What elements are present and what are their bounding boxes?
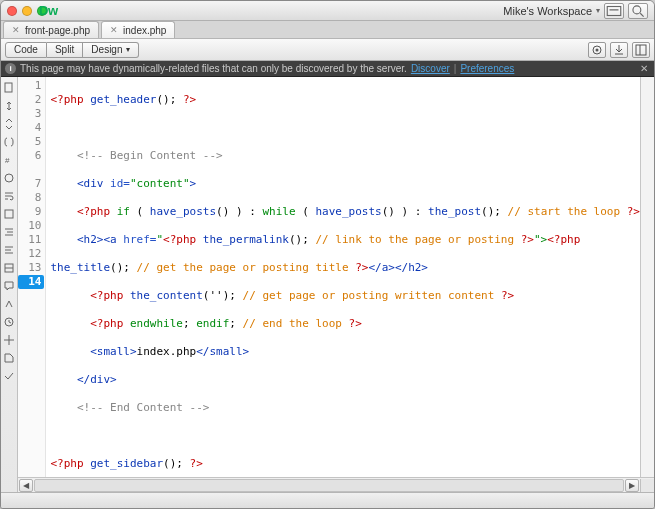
app-window: Dw Mike's Workspace ▾ ✕ front-page.php ✕… — [0, 0, 655, 509]
close-tab-icon[interactable]: ✕ — [110, 25, 118, 35]
svg-rect-11 — [5, 210, 13, 218]
tag-icon[interactable] — [2, 351, 16, 365]
tab-label: front-page.php — [25, 25, 90, 36]
move-icon[interactable] — [2, 333, 16, 347]
view-split-button[interactable]: Split — [47, 42, 83, 58]
scroll-right-icon[interactable]: ▶ — [625, 479, 639, 492]
line-numbers-icon[interactable]: # — [2, 153, 16, 167]
app-logo: Dw — [39, 3, 58, 18]
scroll-track[interactable] — [34, 479, 624, 492]
dismiss-notice-icon[interactable]: ✕ — [638, 63, 650, 75]
titlebar: Dw Mike's Workspace ▾ — [1, 1, 654, 21]
svg-point-10 — [5, 174, 13, 182]
view-code-button[interactable]: Code — [5, 42, 47, 58]
workspace-label[interactable]: Mike's Workspace — [503, 5, 592, 17]
horizontal-scrollbar[interactable]: ◀ ▶ — [18, 477, 654, 492]
svg-point-2 — [633, 5, 641, 13]
file-tabs: ✕ front-page.php ✕ index.php — [1, 21, 654, 39]
svg-point-5 — [596, 48, 599, 51]
indent-icon[interactable] — [2, 225, 16, 239]
download-icon[interactable] — [610, 42, 628, 58]
settings-icon[interactable] — [588, 42, 606, 58]
tab-index[interactable]: ✕ index.php — [101, 21, 175, 38]
notice-bar: i This page may have dynamically-related… — [1, 61, 654, 77]
close-window-icon[interactable] — [7, 6, 17, 16]
view-mode-bar: Code Split Design▾ — [1, 39, 654, 61]
format-icon[interactable] — [2, 261, 16, 275]
tab-front-page[interactable]: ✕ front-page.php — [3, 21, 99, 38]
collapse-icon[interactable] — [2, 99, 16, 113]
line-gutter: 1234567891011121314 — [18, 77, 46, 477]
svg-rect-6 — [636, 45, 646, 55]
snippet-icon[interactable] — [2, 297, 16, 311]
svg-rect-0 — [607, 6, 621, 15]
code-editor[interactable]: 1234567891011121314 <?php get_header(); … — [18, 77, 654, 477]
notice-text: This page may have dynamically-related f… — [20, 63, 407, 74]
code-content[interactable]: <?php get_header(); ?> <!-- Begin Conten… — [46, 77, 640, 477]
balance-braces-icon[interactable] — [2, 135, 16, 149]
outdent-icon[interactable] — [2, 243, 16, 257]
more-icon[interactable] — [2, 369, 16, 383]
discover-link[interactable]: Discover — [411, 63, 450, 74]
vertical-scrollbar[interactable] — [640, 77, 654, 477]
open-docs-icon[interactable] — [2, 81, 16, 95]
status-bar — [1, 492, 654, 508]
code-toolbar: # — [1, 77, 18, 492]
svg-text:#: # — [5, 156, 10, 165]
syntax-error-icon[interactable] — [2, 207, 16, 221]
scroll-left-icon[interactable]: ◀ — [19, 479, 33, 492]
minimize-window-icon[interactable] — [22, 6, 32, 16]
resize-grip-icon[interactable] — [640, 479, 654, 492]
comment-icon[interactable] — [2, 279, 16, 293]
svg-line-3 — [640, 13, 643, 16]
recent-icon[interactable] — [2, 315, 16, 329]
search-icon[interactable] — [628, 3, 648, 19]
tab-label: index.php — [123, 25, 166, 36]
sync-icon[interactable] — [604, 3, 624, 19]
preferences-link[interactable]: Preferences — [460, 63, 514, 74]
wrap-icon[interactable] — [2, 189, 16, 203]
close-tab-icon[interactable]: ✕ — [12, 25, 20, 35]
svg-rect-8 — [5, 83, 12, 92]
info-icon: i — [5, 63, 16, 74]
select-parent-icon[interactable] — [2, 117, 16, 131]
panel-icon[interactable] — [632, 42, 650, 58]
view-design-button[interactable]: Design▾ — [83, 42, 138, 58]
highlight-icon[interactable] — [2, 171, 16, 185]
